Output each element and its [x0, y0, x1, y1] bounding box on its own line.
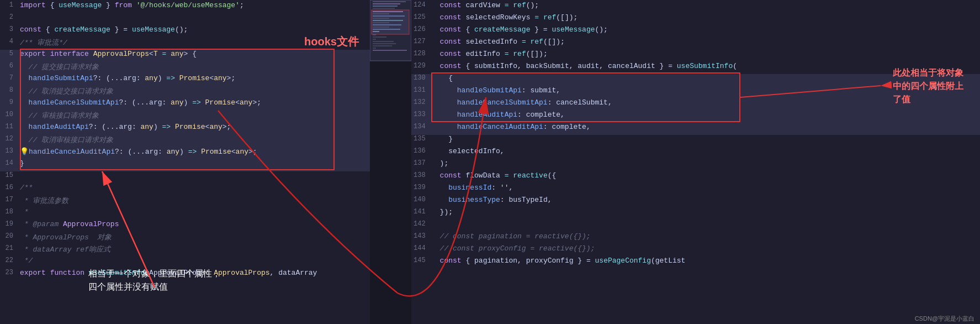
right-line-131: 131 handleSubmitApi: submit,	[411, 86, 980, 98]
right-line-136: 136 selectedInfo,	[411, 147, 980, 159]
minimap-svg	[370, 0, 411, 324]
right-line-133: 133 handleAuditApi: complete,	[411, 111, 980, 123]
main-container: 1 import { useMessage } from '@/hooks/we…	[0, 0, 980, 324]
left-code-area: 1 import { useMessage } from '@/hooks/we…	[0, 0, 370, 282]
right-line-124: 124 const cardView = ref();	[411, 1, 980, 13]
right-line-129: 129 const { submitInfo, backSubmit, audi…	[411, 62, 980, 74]
code-line-14: 14 }	[0, 159, 370, 171]
right-line-128: 128 const editInfo = ref([]);	[411, 50, 980, 62]
right-line-144: 144 // const proxyConfig = reactive({});	[411, 244, 980, 257]
code-line-2: 2	[0, 13, 370, 25]
code-line-17: 17 * 审批流参数	[0, 196, 370, 208]
right-line-134: 134 handleCancelAuditApi: complete,	[411, 123, 980, 135]
right-line-139: 139 businessId: '',	[411, 184, 980, 196]
code-line-19: 19 * @param ApprovalProps	[0, 220, 370, 232]
right-line-138: 138 const flowData = reactive({	[411, 171, 980, 184]
svg-rect-26	[370, 0, 411, 61]
code-line-13: 13 💡handleCancelAuditApi?: (...arg: any)…	[0, 147, 370, 159]
code-line-10: 10 // 审核接口请求对象	[0, 111, 370, 123]
right-line-145: 145 const { pagination, proxyConfig } = …	[411, 257, 980, 269]
right-line-127: 127 const selectedInfo = ref([]);	[411, 38, 980, 50]
code-line-23: 23 export function useSubmitInfo(Approva…	[0, 269, 370, 281]
right-line-126: 126 const { createMessage } = useMessage…	[411, 25, 980, 38]
code-line-4: 4 /** 审批流*/	[0, 38, 370, 50]
code-line-21: 21 * dataArray ref响应式	[0, 244, 370, 257]
minimap-panel	[370, 0, 411, 324]
right-code-area: 124 const cardView = ref(); 125 const se…	[411, 0, 980, 270]
code-line-20: 20 * ApprovalProps 对象	[0, 232, 370, 244]
code-line-16: 16 /**	[0, 184, 370, 196]
code-line-15: 15	[0, 171, 370, 184]
left-code-panel: 1 import { useMessage } from '@/hooks/we…	[0, 0, 370, 324]
code-line-7: 7 handleSubmitApi?: (...arg: any) => Pro…	[0, 74, 370, 86]
code-line-5: 5 export interface ApprovalProps<T = any…	[0, 50, 370, 62]
right-line-143: 143 // const pagination = reactive({});	[411, 232, 980, 244]
right-line-140: 140 businessType: busTypeId,	[411, 196, 980, 208]
right-line-132: 132 handleCancelSubmitApi: cancelSubmit,	[411, 98, 980, 111]
right-code-panel: 124 const cardView = ref(); 125 const se…	[411, 0, 980, 324]
code-line-1: 1 import { useMessage } from '@/hooks/we…	[0, 1, 370, 13]
right-line-142: 142	[411, 220, 980, 232]
watermark: CSDN@宇泥是小蓝白	[915, 315, 974, 323]
code-line-12: 12 // 取消审核接口请求对象	[0, 135, 370, 147]
code-line-9: 9 handleCancelSubmitApi?: (...arg: any) …	[0, 98, 370, 111]
right-line-137: 137 );	[411, 159, 980, 171]
code-line-18: 18 *	[0, 208, 370, 220]
right-line-141: 141 });	[411, 208, 980, 220]
code-line-3: 3 const { createMessage } = useMessage()…	[0, 25, 370, 38]
code-line-22: 22 */	[0, 257, 370, 269]
code-line-6: 6 // 提交接口请求对象	[0, 62, 370, 74]
right-line-130: 130 {	[411, 74, 980, 86]
minimap	[370, 0, 411, 324]
code-line-11: 11 handleAuditApi?: (...arg: any) => Pro…	[0, 123, 370, 135]
code-line-8: 8 // 取消提交接口请求对象	[0, 86, 370, 98]
right-line-135: 135 }	[411, 135, 980, 147]
right-line-125: 125 const selectedRowKeys = ref([]);	[411, 13, 980, 25]
